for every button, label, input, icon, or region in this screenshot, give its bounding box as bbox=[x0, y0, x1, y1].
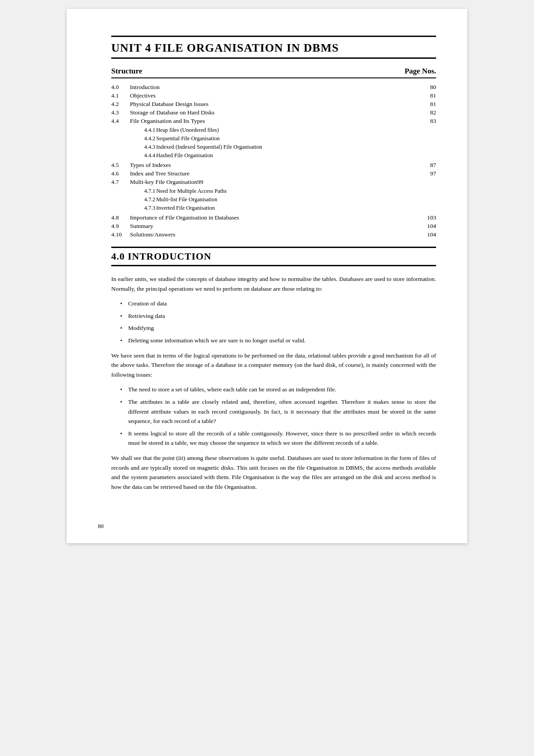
sub-num: 4.4.1 bbox=[131, 126, 155, 134]
structure-label: Structure bbox=[111, 67, 142, 76]
toc-num: 4.2 bbox=[111, 100, 130, 108]
toc-row-40: 4.0 Introduction 80 bbox=[111, 83, 436, 91]
toc-num: 4.3 bbox=[111, 108, 130, 117]
toc-title: Summary bbox=[130, 222, 414, 230]
sub-num: 4.4.2 bbox=[131, 135, 155, 142]
sub-title: Sequential File Organisation bbox=[156, 135, 262, 142]
bullet-item: Modifying bbox=[120, 323, 436, 333]
toc-page: 104 bbox=[414, 222, 436, 230]
bullet-item: The need to store a set of tables, where… bbox=[120, 385, 436, 394]
toc-num: 4.9 bbox=[111, 222, 130, 230]
toc-title: Storage of Database on Hard Disks bbox=[130, 108, 414, 117]
bullet-list-1: Creation of data Retrieving data Modifyi… bbox=[120, 299, 436, 345]
toc-row-47: 4.7 Multi-key File Organisation99 4.7.1 … bbox=[111, 178, 436, 213]
bullet-item: It seems logical to store all the record… bbox=[120, 429, 436, 448]
sub-toc-row: 4.7.1 Need for Multiple Access Paths bbox=[131, 187, 227, 195]
toc-table: 4.0 Introduction 80 4.1 Objectives 81 4.… bbox=[111, 83, 436, 239]
toc-row-42: 4.2 Physical Database Design Issues 81 bbox=[111, 100, 436, 108]
toc-num: 4.8 bbox=[111, 213, 130, 222]
toc-title: Introduction bbox=[130, 83, 414, 91]
sub-toc-44: 4.4.1 Heap files (Unordered files) 4.4.2… bbox=[130, 126, 263, 160]
toc-title: Physical Database Design Issues bbox=[130, 100, 414, 108]
toc-page: 87 bbox=[414, 161, 436, 169]
sub-num: 4.7.2 bbox=[131, 196, 155, 203]
toc-page: 81 bbox=[414, 100, 436, 108]
bullet-item: Creation of data bbox=[120, 299, 436, 309]
sub-title: Need for Multiple Access Paths bbox=[156, 187, 227, 195]
toc-page: 81 bbox=[414, 91, 436, 100]
toc-page: 104 bbox=[414, 230, 436, 239]
structure-section: Structure Page Nos. 4.0 Introduction 80 … bbox=[111, 67, 436, 239]
bullet-list-2: The need to store a set of tables, where… bbox=[120, 385, 436, 448]
toc-title: Types of Indexes bbox=[130, 161, 414, 169]
sub-toc-row: 4.4.4 Hashed File Organisation bbox=[131, 152, 262, 159]
intro-paragraph-1: In earlier units, we studied the concept… bbox=[111, 274, 436, 293]
toc-num: 4.5 bbox=[111, 161, 130, 169]
structure-header: Structure Page Nos. bbox=[111, 67, 436, 78]
toc-num: 4.10 bbox=[111, 230, 130, 239]
toc-num: 4.6 bbox=[111, 169, 130, 178]
toc-title: Solutions/Answers bbox=[130, 230, 414, 239]
sub-num: 4.4.3 bbox=[131, 143, 155, 151]
toc-num: 4.4 bbox=[111, 117, 130, 161]
toc-row-45: 4.5 Types of Indexes 87 bbox=[111, 161, 436, 169]
intro-paragraph-2: We have seen that in terms of the logica… bbox=[111, 351, 436, 380]
toc-title: File Organisation and Its Types 4.4.1 He… bbox=[130, 117, 414, 161]
toc-page: 103 bbox=[414, 213, 436, 222]
toc-page: 97 bbox=[414, 169, 436, 178]
toc-row-41: 4.1 Objectives 81 bbox=[111, 91, 436, 100]
toc-page: 82 bbox=[414, 108, 436, 117]
sub-title: Multi-list File Organisation bbox=[156, 196, 227, 203]
page-nos-label: Page Nos. bbox=[405, 67, 436, 76]
page-number: 80 bbox=[98, 523, 104, 530]
sub-num: 4.7.3 bbox=[131, 204, 155, 212]
toc-num: 4.7 bbox=[111, 178, 130, 213]
toc-num: 4.1 bbox=[111, 91, 130, 100]
toc-row-43: 4.3 Storage of Database on Hard Disks 82 bbox=[111, 108, 436, 117]
toc-title: Objectives bbox=[130, 91, 414, 100]
toc-page bbox=[414, 178, 436, 213]
sub-toc-row: 4.4.1 Heap files (Unordered files) bbox=[131, 126, 262, 134]
toc-row-410: 4.10 Solutions/Answers 104 bbox=[111, 230, 436, 239]
toc-row-49: 4.9 Summary 104 bbox=[111, 222, 436, 230]
toc-title: Index and Tree Structure bbox=[130, 169, 414, 178]
sub-title: Inverted File Organisation bbox=[156, 204, 227, 212]
sub-num: 4.4.4 bbox=[131, 152, 155, 159]
toc-title: Importance of File Organisation in Datab… bbox=[130, 213, 414, 222]
sub-title: Heap files (Unordered files) bbox=[156, 126, 262, 134]
sub-toc-row: 4.4.2 Sequential File Organisation bbox=[131, 135, 262, 142]
bullet-item: Deleting some information which we are s… bbox=[120, 336, 436, 345]
page: UNIT 4 FILE ORGANISATION IN DBMS Structu… bbox=[67, 9, 467, 543]
sub-toc-row: 4.7.3 Inverted File Organisation bbox=[131, 204, 227, 212]
toc-page: 83 bbox=[414, 117, 436, 161]
sub-title: Indexed (Indexed Sequential) File Organi… bbox=[156, 143, 262, 151]
unit-title: UNIT 4 FILE ORGANISATION IN DBMS bbox=[111, 36, 436, 59]
toc-title: Multi-key File Organisation99 4.7.1 Need… bbox=[130, 178, 414, 213]
sub-toc-47: 4.7.1 Need for Multiple Access Paths 4.7… bbox=[130, 187, 227, 213]
toc-row-46: 4.6 Index and Tree Structure 97 bbox=[111, 169, 436, 178]
sub-num: 4.7.1 bbox=[131, 187, 155, 195]
intro-section-title: 4.0 INTRODUCTION bbox=[111, 247, 436, 266]
bullet-item: Retrieving data bbox=[120, 311, 436, 321]
intro-paragraph-3: We shall see that the point (iii) among … bbox=[111, 453, 436, 492]
sub-toc-row: 4.4.3 Indexed (Indexed Sequential) File … bbox=[131, 143, 262, 151]
bullet-item: The attributes in a table are closely re… bbox=[120, 397, 436, 426]
sub-title: Hashed File Organisation bbox=[156, 152, 262, 159]
sub-toc-row: 4.7.2 Multi-list File Organisation bbox=[131, 196, 227, 203]
toc-num: 4.0 bbox=[111, 83, 130, 91]
toc-page: 80 bbox=[414, 83, 436, 91]
toc-row-48: 4.8 Importance of File Organisation in D… bbox=[111, 213, 436, 222]
toc-row-44: 4.4 File Organisation and Its Types 4.4.… bbox=[111, 117, 436, 161]
